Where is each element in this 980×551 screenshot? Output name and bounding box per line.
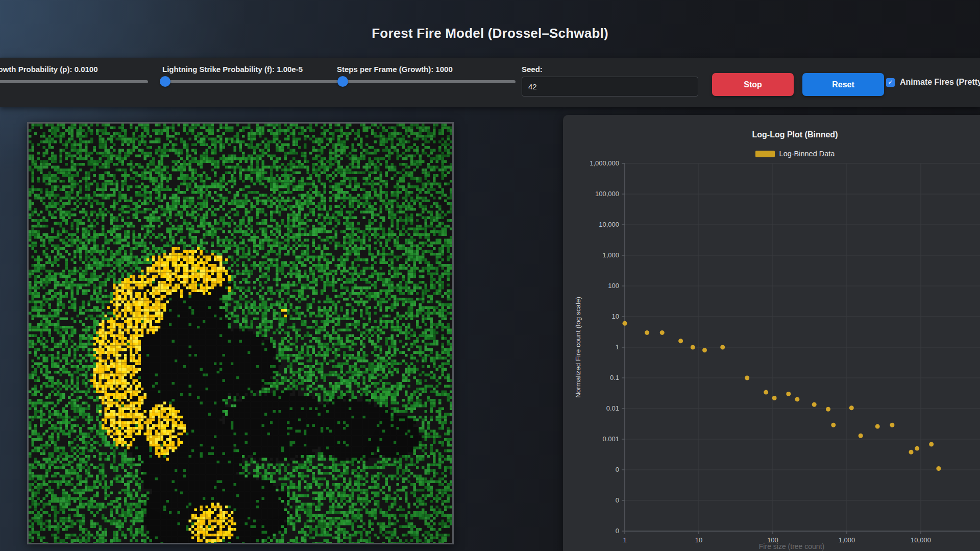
lightning-probability-slider[interactable] [162,80,339,83]
svg-text:10: 10 [695,536,702,544]
svg-text:0.01: 0.01 [606,404,619,412]
chart-tick-labels: 1,000,000100,00010,0001,0001001010.10.01… [590,159,931,544]
data-point [786,392,791,396]
lightning-probability-label: Lightning Strike Probability (f): 1.00e-… [162,65,303,74]
checkmark-icon: ✓ [888,79,893,86]
growth-probability-slider-group: Growth Probability (p): 0.0100 [0,58,149,107]
steps-per-frame-slider[interactable] [337,80,516,83]
svg-text:0.1: 0.1 [610,374,619,381]
data-point [826,407,830,412]
svg-text:1,000: 1,000 [602,251,619,259]
lightning-probability-slider-group: Lightning Strike Probability (f): 1.00e-… [162,58,340,107]
svg-text:100: 100 [608,282,619,290]
svg-text:10,000: 10,000 [599,221,619,228]
x-axis-title: Fire size (tree count) [759,542,824,550]
data-point [812,402,817,407]
page-title: Forest Fire Model (Drossel–Schwabl) [0,26,980,41]
growth-probability-label: Growth Probability (p): 0.0100 [0,65,98,74]
lightning-probability-slider-thumb[interactable] [160,76,170,87]
data-point [915,446,919,451]
seed-label: Seed: [522,65,543,74]
stop-button[interactable]: Stop [712,73,794,96]
data-point [623,321,627,326]
animate-fires-label: Animate Fires (Pretty, b [900,78,980,87]
animate-fires-checkbox[interactable]: ✓ [886,78,895,87]
data-point [929,442,934,447]
data-point [678,339,683,343]
data-point [849,405,854,410]
controls-bar: Growth Probability (p): 0.0100 Lightning… [0,58,980,107]
steps-per-frame-slider-group: Steps per Frame (Growth): 1000 [337,58,516,107]
chart-panel: Log-Log Plot (Binned) Log-Binned Data 1,… [563,115,980,551]
reset-button[interactable]: Reset [802,73,884,96]
forest-canvas-frame [27,122,454,544]
forest-simulation-canvas [29,124,452,543]
chart-gridlines [625,163,980,531]
data-point [795,397,799,401]
svg-text:1,000: 1,000 [839,536,855,544]
svg-text:10: 10 [612,313,619,320]
scatter-points [623,321,941,471]
data-point [691,345,695,350]
seed-input[interactable] [522,77,698,97]
data-point [875,424,880,429]
animate-fires-option: ✓ Animate Fires (Pretty, b [886,78,980,87]
data-point [890,423,894,427]
data-point [772,396,777,400]
chart-axes [622,163,980,534]
data-point [645,330,649,335]
svg-text:0.001: 0.001 [602,435,619,443]
svg-text:10,000: 10,000 [911,536,931,544]
svg-text:100,000: 100,000 [595,190,619,198]
svg-text:0: 0 [616,527,619,535]
steps-per-frame-label: Steps per Frame (Growth): 1000 [337,65,453,74]
seed-group: Seed: [522,58,698,107]
y-axis-title: Normalized Fire count (log scale) [574,297,582,398]
growth-probability-slider[interactable] [0,80,148,83]
steps-per-frame-slider-thumb[interactable] [337,76,348,87]
data-point [660,330,665,335]
svg-text:1: 1 [623,536,626,544]
data-point [936,466,941,471]
data-point [720,345,725,350]
data-point [909,450,914,454]
data-point [831,423,836,427]
data-point [859,434,863,438]
chart-plot: 1,000,000100,00010,0001,0001001010.10.01… [563,115,980,551]
app-root: Forest Fire Model (Drossel–Schwabl) Grow… [0,0,980,551]
data-point [702,348,707,352]
svg-text:1,000,000: 1,000,000 [590,159,619,167]
svg-text:0: 0 [616,466,619,473]
data-point [745,376,749,380]
data-point [764,390,768,395]
svg-text:0: 0 [616,496,619,504]
svg-text:1: 1 [616,343,619,351]
